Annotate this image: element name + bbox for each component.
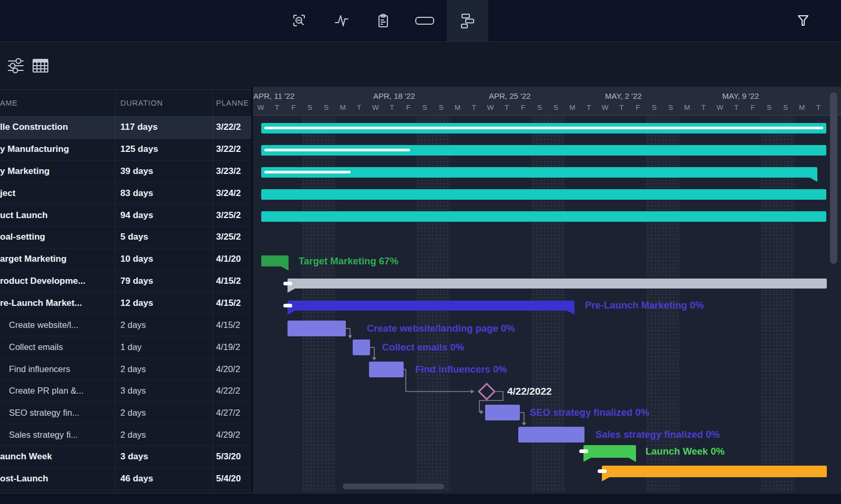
- settings-sliders-icon: [7, 58, 24, 74]
- day-letter: M: [684, 104, 690, 111]
- table-row[interactable]: y Manufacturing125 days3/22/2: [0, 139, 251, 161]
- task-planned-date-cell: 3/22/2: [213, 117, 251, 138]
- bar-tail: [288, 288, 296, 293]
- table-row[interactable]: arget Marketing10 days4/1/20: [0, 249, 251, 271]
- task-planned-date-cell: 4/22/2: [213, 380, 251, 402]
- table-row[interactable]: Create PR plan &...3 days4/22/2: [0, 380, 251, 403]
- gantt-bar-post-launch[interactable]: [602, 466, 827, 477]
- bar-drag-handle[interactable]: [283, 282, 292, 285]
- gantt-bar-collect-emails[interactable]: [353, 340, 370, 355]
- table-row[interactable]: oal-setting5 days3/25/2: [0, 227, 251, 249]
- task-planned-date-cell: 3/23/2: [213, 161, 251, 182]
- day-letter: S: [307, 104, 312, 111]
- task-name-cell: y Marketing: [0, 161, 116, 182]
- gantt-bar-pre-launch-marketing[interactable]: [288, 301, 575, 311]
- task-name-cell: y Manufacturing: [0, 139, 116, 160]
- table-columns-button[interactable]: [29, 54, 52, 77]
- gantt-view-icon: [461, 14, 475, 28]
- zoom-select-button[interactable]: [279, 0, 320, 42]
- task-duration-cell: 39 days: [116, 161, 213, 182]
- column-header-name[interactable]: AME: [0, 90, 116, 116]
- table-row[interactable]: re-Launch Market...12 days4/15/2: [0, 292, 251, 314]
- day-letter: T: [619, 104, 623, 111]
- gantt-bar-sales-strategy-finalized[interactable]: [518, 427, 584, 443]
- table-row[interactable]: Find influencers2 days4/20/2: [0, 358, 251, 380]
- filter-button[interactable]: [792, 9, 815, 32]
- task-planned-date-cell: 4/15/2: [213, 292, 251, 314]
- gantt-bar-launch-week[interactable]: [583, 445, 636, 458]
- week-label: MAY, 9 '22: [722, 91, 759, 100]
- bar-label: Launch Week 0%: [645, 446, 725, 457]
- day-letter: F: [406, 104, 411, 111]
- task-duration-cell: 117 days: [116, 117, 213, 138]
- table-row[interactable]: y Marketing39 days3/23/2: [0, 161, 251, 183]
- table-body: lle Construction117 days3/22/2y Manufact…: [0, 117, 251, 490]
- table-row[interactable]: roduct Developme...79 days4/15/2: [0, 271, 251, 293]
- day-letter: S: [783, 104, 788, 111]
- bar-drag-handle[interactable]: [283, 304, 292, 307]
- table-row[interactable]: uct Launch94 days3/25/2: [0, 204, 251, 227]
- bar-tail: [583, 457, 592, 462]
- task-duration-cell: 83 days: [116, 182, 213, 204]
- bottom-strip: [0, 493, 841, 504]
- task-name-cell: Collect emails: [0, 336, 116, 358]
- day-letter: W: [372, 104, 379, 111]
- task-duration-cell: 2 days: [116, 358, 213, 380]
- bar-drag-handle[interactable]: [579, 449, 588, 453]
- vertical-scrollbar[interactable]: [830, 92, 837, 264]
- milestone-diamond[interactable]: [478, 383, 496, 400]
- activity-stream-button[interactable]: [321, 0, 362, 42]
- task-planned-date-cell: 3/22/2: [213, 139, 251, 160]
- column-header-planned[interactable]: PLANNE: [213, 90, 251, 116]
- table-grid-icon: [32, 58, 49, 73]
- task-name-cell: Create website/l...: [0, 314, 116, 336]
- gantt-bar-project[interactable]: [261, 189, 826, 200]
- gantt-bar-product-development[interactable]: [288, 279, 827, 289]
- gantt-bar-create-website-landing-page[interactable]: [288, 321, 346, 336]
- task-planned-date-cell: 3/25/2: [213, 204, 251, 226]
- table-row[interactable]: Collect emails1 day4/19/2: [0, 336, 251, 358]
- board-view-button[interactable]: [404, 0, 445, 42]
- task-list-button[interactable]: [362, 0, 404, 42]
- bar-drag-handle[interactable]: [598, 469, 607, 473]
- task-name-cell: aunch Week: [0, 446, 116, 468]
- task-duration-cell: 46 days: [116, 468, 213, 490]
- task-duration-cell: 5 days: [116, 227, 213, 248]
- table-row[interactable]: lle Construction117 days3/22/2: [0, 117, 251, 139]
- table-row[interactable]: ost-Launch46 days5/4/20: [0, 468, 251, 490]
- day-letter: T: [389, 104, 394, 111]
- task-planned-date-cell: 3/25/2: [213, 227, 251, 248]
- task-duration-cell: 10 days: [116, 249, 213, 270]
- day-letter: T: [816, 104, 821, 111]
- day-letter: T: [587, 104, 591, 111]
- table-row[interactable]: SEO strategy fin...2 days4/27/2: [0, 402, 251, 424]
- day-letter: S: [324, 104, 329, 111]
- day-letter: T: [701, 104, 705, 111]
- gantt-bar-target-marketing[interactable]: [261, 255, 289, 266]
- table-row[interactable]: Create website/l...2 days4/15/2: [0, 314, 251, 336]
- table-row[interactable]: ject83 days3/24/2: [0, 182, 251, 204]
- day-letter: W: [602, 104, 609, 111]
- gantt-view-button[interactable]: [447, 0, 488, 42]
- bar-label: Find influencers 0%: [415, 364, 507, 375]
- gantt-bar-product-launch[interactable]: [261, 211, 826, 222]
- day-letter: S: [422, 104, 427, 111]
- gantt-bar-seo-strategy-finalized[interactable]: [485, 405, 520, 420]
- gantt-timeline-header: APR, 11 '22APR, 18 '22APR, 25 '22MAY, 2 …: [253, 87, 841, 116]
- progress-line: [264, 149, 410, 151]
- gantt-bar-find-influencers[interactable]: [369, 362, 404, 377]
- column-header-duration[interactable]: DURATION: [116, 90, 213, 116]
- task-name-cell: arget Marketing: [0, 249, 116, 270]
- chart-settings-button[interactable]: [4, 54, 27, 77]
- bar-label: Create website/landing page 0%: [367, 323, 515, 334]
- task-duration-cell: 2 days: [116, 424, 213, 446]
- task-duration-cell: 1 day: [116, 336, 213, 358]
- week-label: APR, 11 '22: [253, 91, 294, 100]
- table-row[interactable]: aunch Week3 days5/3/20: [0, 446, 251, 468]
- table-row[interactable]: Sales strategy fi...2 days4/29/2: [0, 424, 251, 446]
- day-letter: S: [439, 104, 444, 111]
- activity-stream-icon: [334, 14, 349, 28]
- table-header: AME DURATION PLANNE: [0, 89, 251, 117]
- horizontal-scrollbar[interactable]: [343, 484, 444, 489]
- gantt-app-window: AME DURATION PLANNE lle Construction117 …: [0, 0, 841, 504]
